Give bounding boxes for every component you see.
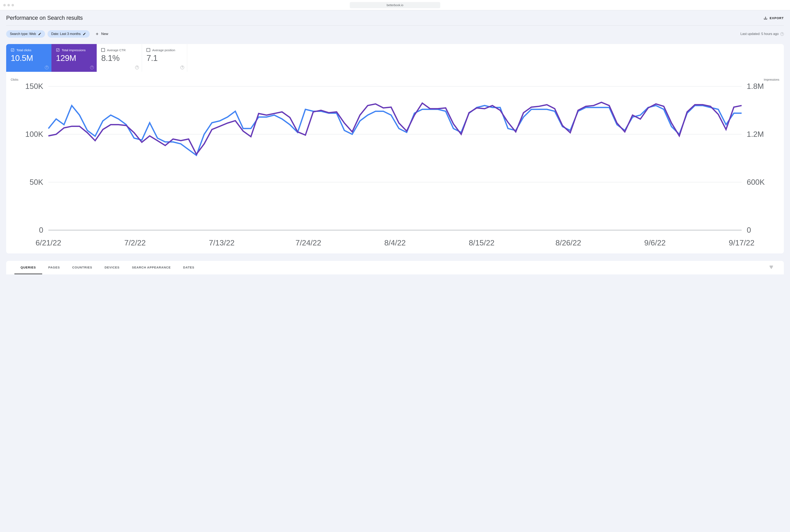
svg-text:150K: 150K bbox=[25, 82, 43, 91]
address-bar[interactable]: betterbook.io bbox=[350, 2, 440, 8]
export-button[interactable]: EXPORT bbox=[764, 16, 784, 20]
svg-text:9/6/22: 9/6/22 bbox=[644, 239, 666, 247]
metric-average-ctr[interactable]: Average CTR 8.1% ? bbox=[97, 44, 142, 72]
metric-label: Average position bbox=[152, 48, 175, 52]
maximize-window-icon[interactable] bbox=[12, 4, 14, 6]
dimension-tabs: QUERIESPAGESCOUNTRIESDEVICESSEARCH APPEA… bbox=[6, 261, 784, 274]
metric-total-clicks[interactable]: Total clicks 10.5M ? bbox=[6, 44, 52, 72]
checkbox-checked-icon bbox=[56, 48, 60, 52]
add-filter-label: New bbox=[101, 32, 108, 36]
tab-countries[interactable]: COUNTRIES bbox=[66, 261, 98, 274]
tab-pages[interactable]: PAGES bbox=[42, 261, 66, 274]
pencil-icon bbox=[38, 32, 41, 36]
window-controls bbox=[3, 4, 14, 6]
metric-label: Total clicks bbox=[17, 48, 32, 52]
checkbox-unchecked-icon bbox=[147, 48, 150, 52]
left-axis-title: Clicks bbox=[11, 78, 18, 81]
header-row: Performance on Search results EXPORT bbox=[6, 15, 784, 25]
browser-titlebar: betterbook.io bbox=[0, 0, 790, 10]
search-type-chip-label: Search type: Web bbox=[10, 32, 36, 36]
svg-text:9/17/22: 9/17/22 bbox=[729, 239, 754, 247]
page-title: Performance on Search results bbox=[6, 15, 83, 21]
metrics-row: Total clicks 10.5M ? Total impressions 1… bbox=[6, 44, 784, 72]
close-window-icon[interactable] bbox=[3, 4, 6, 6]
pencil-icon bbox=[83, 32, 86, 36]
svg-text:50K: 50K bbox=[30, 178, 43, 186]
dimension-tabs-card: QUERIESPAGESCOUNTRIESDEVICESSEARCH APPEA… bbox=[6, 261, 784, 274]
metric-value: 7.1 bbox=[147, 54, 182, 63]
last-updated-text: Last updated: 5 hours ago bbox=[740, 32, 779, 36]
svg-text:8/15/22: 8/15/22 bbox=[469, 239, 495, 247]
download-icon bbox=[764, 16, 768, 20]
metric-average-position[interactable]: Average position 7.1 ? bbox=[142, 44, 187, 72]
plus-icon bbox=[95, 32, 99, 36]
metric-label: Average CTR bbox=[107, 48, 126, 52]
checkbox-unchecked-icon bbox=[101, 48, 105, 52]
minimize-window-icon[interactable] bbox=[7, 4, 10, 6]
help-icon[interactable]: ? bbox=[135, 65, 139, 69]
filter-icon bbox=[769, 265, 773, 269]
tab-queries[interactable]: QUERIES bbox=[14, 261, 42, 274]
address-bar-text: betterbook.io bbox=[387, 3, 403, 7]
tab-search-appearance[interactable]: SEARCH APPEARANCE bbox=[126, 261, 177, 274]
help-icon[interactable]: ? bbox=[780, 32, 784, 36]
chart-area: Clicks Impressions 150K1.8M100K1.2M50K60… bbox=[6, 72, 784, 253]
metric-value: 8.1% bbox=[101, 54, 137, 63]
svg-text:1.8M: 1.8M bbox=[747, 82, 764, 91]
svg-text:7/24/22: 7/24/22 bbox=[295, 239, 321, 247]
svg-text:0: 0 bbox=[39, 226, 43, 234]
tab-devices[interactable]: DEVICES bbox=[98, 261, 126, 274]
table-filter-button[interactable] bbox=[767, 261, 776, 274]
metric-label: Total impressions bbox=[62, 48, 85, 52]
svg-text:8/4/22: 8/4/22 bbox=[384, 239, 406, 247]
add-filter-button[interactable]: New bbox=[92, 30, 111, 38]
svg-text:600K: 600K bbox=[747, 178, 765, 186]
svg-text:6/21/22: 6/21/22 bbox=[36, 239, 61, 247]
checkbox-checked-icon bbox=[11, 48, 14, 52]
svg-text:0: 0 bbox=[747, 226, 751, 234]
performance-card: Total clicks 10.5M ? Total impressions 1… bbox=[6, 44, 784, 253]
right-axis-title: Impressions bbox=[764, 78, 779, 81]
svg-text:8/26/22: 8/26/22 bbox=[556, 239, 581, 247]
export-label: EXPORT bbox=[770, 16, 784, 20]
svg-text:1.2M: 1.2M bbox=[747, 130, 764, 138]
metric-value: 129M bbox=[56, 54, 92, 63]
svg-text:100K: 100K bbox=[25, 130, 43, 138]
svg-text:7/13/22: 7/13/22 bbox=[209, 239, 234, 247]
metric-total-impressions[interactable]: Total impressions 129M ? bbox=[52, 44, 97, 72]
last-updated: Last updated: 5 hours ago ? bbox=[740, 32, 784, 36]
date-range-chip[interactable]: Date: Last 3 months bbox=[47, 30, 90, 38]
svg-text:7/2/22: 7/2/22 bbox=[124, 239, 146, 247]
search-type-chip[interactable]: Search type: Web bbox=[6, 30, 45, 38]
metric-value: 10.5M bbox=[11, 54, 47, 63]
date-range-chip-label: Date: Last 3 months bbox=[51, 32, 81, 36]
help-icon[interactable]: ? bbox=[90, 65, 94, 69]
tab-dates[interactable]: DATES bbox=[177, 261, 200, 274]
help-icon[interactable]: ? bbox=[45, 65, 49, 69]
filter-bar: Search type: Web Date: Last 3 months New… bbox=[6, 30, 784, 38]
help-icon[interactable]: ? bbox=[180, 65, 184, 69]
performance-chart[interactable]: 150K1.8M100K1.2M50K600K006/21/227/2/227/… bbox=[10, 82, 780, 249]
